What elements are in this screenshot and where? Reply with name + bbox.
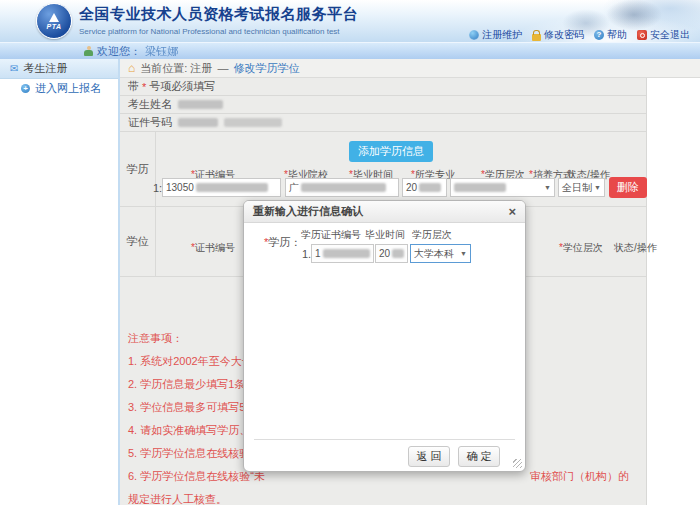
modal-header[interactable]: 重新输入进行信息确认 × [244, 201, 525, 223]
pta-logo: PTA [36, 3, 72, 39]
study-mode-select[interactable]: 全日制 ▼ [558, 178, 605, 197]
modal-title: 重新输入进行信息确认 [253, 204, 363, 219]
modal-level-value: 大学本科 [414, 247, 454, 261]
register-maintain-label: 注册维护 [482, 28, 522, 42]
candidate-name-label: 考生姓名 [128, 97, 172, 112]
modal-col-cert: 学历证书编号 [301, 228, 361, 242]
modal-time-prefix: 20 [379, 248, 390, 259]
cert-number-input[interactable]: 13050 [162, 178, 281, 197]
modal-footer-divider [254, 439, 515, 440]
sidebar-enter-label: 进入网上报名 [35, 81, 101, 96]
note-item-6-left: 6. 学历学位信息在线核验“未 [128, 470, 265, 482]
page: PTA 全国专业技术人员资格考试报名服务平台 Service platform … [0, 0, 700, 505]
welcome-prefix: 欢迎您： [97, 44, 141, 59]
modal-time-redacted [392, 249, 404, 258]
modal-back-button[interactable]: 返 回 [408, 446, 450, 467]
school-redacted [301, 183, 386, 192]
grad-time-redacted [419, 183, 441, 192]
note-item-6-line2: 规定进行人工核查。 [128, 493, 646, 505]
id-number-value-redacted [178, 118, 218, 127]
required-prefix: 带 [128, 79, 139, 94]
logout-label: 安全退出 [650, 28, 690, 42]
modal-body: *学历： 学历证书编号 毕业时间 学历层次 1. 1 20 大学本科 ▼ 返 回… [244, 223, 525, 471]
grad-time-prefix: 20 [406, 182, 417, 193]
logo-text: PTA [47, 23, 62, 30]
logout-link[interactable]: 安全退出 [637, 28, 690, 42]
modal-confirm-button[interactable]: 确 定 [458, 446, 500, 467]
help-link[interactable]: 帮助 [594, 28, 627, 42]
help-icon [594, 30, 604, 40]
sidebar: ✉ 考生注册 进入网上报名 [0, 59, 120, 505]
grad-time-input[interactable]: 20 [402, 178, 447, 197]
site-title: 全国专业技术人员资格考试报名服务平台 [79, 5, 358, 24]
cert-number-prefix: 13050 [166, 182, 194, 193]
add-education-button[interactable]: 添加学历信息 [349, 141, 433, 162]
id-number-value-redacted2 [224, 118, 282, 127]
required-star: * [142, 81, 146, 93]
chevron-down-icon: ▼ [594, 184, 601, 191]
lock-icon [532, 34, 541, 41]
register-maintain-link[interactable]: 注册维护 [469, 28, 522, 42]
confirm-info-modal: 重新输入进行信息确认 × *学历： 学历证书编号 毕业时间 学历层次 1. 1 … [243, 200, 526, 472]
sail-icon [49, 13, 59, 22]
header-banner: PTA 全国专业技术人员资格考试报名服务平台 Service platform … [0, 0, 700, 42]
education-section: 学历 添加学历信息 *证书编号 *毕业院校 *毕业时间 *所学专业 *学历层次 … [120, 132, 646, 207]
globe-icon [469, 30, 479, 40]
change-password-label: 修改密码 [544, 28, 584, 42]
degree-header-cert-number: *证书编号 [191, 241, 235, 255]
modal-col-level: 学历层次 [412, 228, 452, 242]
modal-time-input[interactable]: 20 [375, 244, 408, 263]
modal-cert-prefix: 1 [315, 248, 321, 259]
cert-number-redacted [196, 183, 268, 192]
major-select[interactable]: ▼ [450, 178, 555, 197]
breadcrumb: ⌂ 当前位置: 注册 — 修改学历学位 [120, 59, 700, 78]
welcome-bar: 欢迎您： 梁钰娜 [0, 42, 700, 59]
banner-titles: 全国专业技术人员资格考试报名服务平台 Service platform for … [79, 5, 358, 36]
note-item-6-right: 审核部门（机构）的 [530, 470, 629, 482]
school-input[interactable]: 广 [285, 178, 399, 197]
site-subtitle: Service platform for National Profession… [79, 27, 358, 36]
header-links: 注册维护 修改密码 帮助 安全退出 [469, 28, 690, 42]
education-section-main: 添加学历信息 *证书编号 *毕业院校 *毕业时间 *所学专业 *学历层次 *培养… [156, 132, 646, 206]
sidebar-item-enter-registration[interactable]: 进入网上报名 [0, 79, 118, 98]
degree-header-status: 状态/操作 [614, 241, 657, 255]
logout-icon [637, 30, 647, 40]
mail-icon: ✉ [10, 64, 18, 74]
sidebar-register-label: 考生注册 [23, 61, 67, 76]
chevron-down-icon: ▼ [544, 184, 551, 191]
modal-field-label: *学历： [264, 235, 301, 250]
modal-row-index: 1. [302, 248, 311, 260]
resize-handle[interactable] [513, 459, 522, 468]
major-redacted [454, 183, 506, 192]
delete-education-button[interactable]: 删除 [609, 177, 647, 198]
modal-level-select[interactable]: 大学本科 ▼ [410, 244, 471, 263]
change-password-link[interactable]: 修改密码 [532, 28, 584, 42]
person-icon [84, 46, 93, 57]
education-row-index: 1: [153, 182, 162, 194]
study-mode-value: 全日制 [562, 181, 592, 195]
home-icon: ⌂ [128, 62, 135, 74]
education-section-label: 学历 [120, 132, 156, 206]
help-label: 帮助 [607, 28, 627, 42]
enter-icon [21, 84, 30, 93]
username: 梁钰娜 [145, 44, 178, 59]
candidate-name-row: 考生姓名 [120, 96, 646, 114]
degree-section-label: 学位 [120, 207, 156, 276]
required-note-row: 带 * 号项必须填写 [120, 78, 646, 96]
breadcrumb-link-modify[interactable]: 修改学历学位 [233, 61, 299, 76]
modal-cert-redacted [323, 249, 370, 258]
candidate-name-value-redacted [178, 100, 223, 109]
id-number-row: 证件号码 [120, 114, 646, 132]
close-icon[interactable]: × [508, 205, 516, 218]
sidebar-item-register[interactable]: ✉ 考生注册 [0, 59, 118, 79]
chevron-down-icon: ▼ [460, 250, 467, 257]
id-number-label: 证件号码 [128, 115, 172, 130]
modal-col-time: 毕业时间 [365, 228, 405, 242]
breadcrumb-label: 当前位置: 注册 [140, 61, 212, 76]
required-suffix: 号项必须填写 [149, 79, 215, 94]
school-prefix: 广 [289, 181, 299, 195]
modal-cert-input[interactable]: 1 [311, 244, 374, 263]
breadcrumb-separator: — [217, 62, 228, 74]
degree-header-level: *学位层次 [559, 241, 603, 255]
